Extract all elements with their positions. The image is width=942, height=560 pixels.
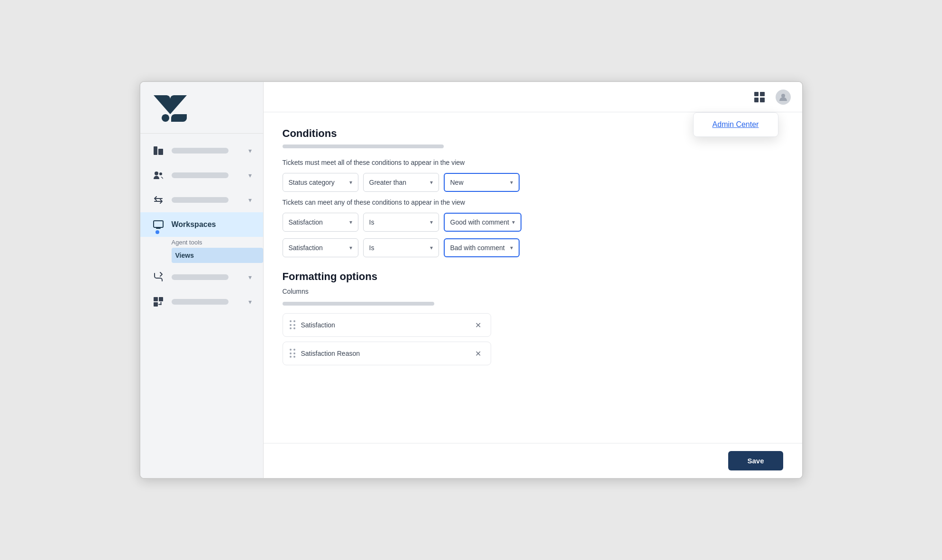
column-row-0: Satisfaction ✕ — [283, 313, 491, 337]
svg-rect-5 — [160, 150, 161, 151]
svg-rect-6 — [160, 152, 161, 153]
widgets-icon — [152, 295, 165, 308]
column-name-1: Satisfaction Reason — [301, 350, 468, 357]
workspaces-dot — [155, 230, 159, 234]
users-label — [172, 172, 242, 178]
any-condition-value-select-1[interactable]: Bad with comment ▾ — [444, 238, 520, 257]
buildings-label — [172, 148, 242, 154]
admin-center-dropdown: Admin Center — [693, 112, 778, 137]
any-conditions-desc: Tickets can meet any of these conditions… — [283, 199, 783, 206]
routing-chevron: ▾ — [248, 273, 252, 281]
all-conditions-desc: Tickets must meet all of these condition… — [283, 159, 783, 166]
buildings-chevron: ▾ — [248, 147, 252, 154]
any-condition-field-label-1: Satisfaction — [289, 244, 347, 252]
all-condition-field-chevron-0: ▾ — [349, 179, 352, 186]
widgets-label — [172, 299, 242, 305]
svg-rect-1 — [158, 149, 163, 155]
any-condition-field-select-1[interactable]: Satisfaction ▾ — [283, 238, 358, 257]
workspaces-label-text: Workspaces — [172, 220, 252, 229]
column-row-1: Satisfaction Reason ✕ — [283, 342, 491, 365]
buildings-icon — [152, 144, 165, 157]
sidebar-item-widgets[interactable]: ▾ — [140, 289, 263, 314]
any-condition-operator-select-0[interactable]: Is ▾ — [363, 213, 439, 232]
sub-nav-agent-tools: Agent tools — [172, 237, 263, 248]
save-button[interactable]: Save — [728, 451, 783, 470]
any-condition-value-chevron-1: ▾ — [510, 244, 513, 251]
svg-point-13 — [781, 94, 785, 98]
svg-rect-11 — [159, 297, 163, 301]
sidebar-navigation: ▾ ▾ ▾ — [140, 138, 263, 469]
routing-icon — [152, 271, 165, 284]
any-condition-operator-chevron-0: ▾ — [430, 219, 433, 226]
grid-icon — [754, 92, 765, 102]
all-condition-row-0: Status category ▾ Greater than ▾ New ▾ — [283, 173, 783, 192]
any-condition-value-label-0: Good with comment — [450, 218, 510, 226]
any-condition-value-select-0[interactable]: Good with comment ▾ — [444, 213, 522, 232]
columns-label: Columns — [283, 288, 783, 295]
svg-point-8 — [159, 172, 162, 175]
formatting-title: Formatting options — [283, 271, 783, 283]
all-condition-value-chevron-0: ▾ — [510, 179, 513, 186]
any-condition-row-1: Satisfaction ▾ Is ▾ Bad with comment ▾ — [283, 238, 783, 257]
all-condition-operator-label-0: Greater than — [369, 179, 427, 186]
all-condition-operator-chevron-0: ▾ — [430, 179, 433, 186]
any-condition-value-label-1: Bad with comment — [450, 244, 507, 252]
zendesk-logo — [154, 95, 187, 122]
sidebar-item-workspaces[interactable]: Workspaces — [140, 212, 263, 237]
any-condition-field-chevron-1: ▾ — [349, 244, 352, 251]
any-condition-operator-label-0: Is — [369, 218, 427, 226]
any-condition-field-label-0: Satisfaction — [289, 218, 347, 226]
any-condition-value-chevron-0: ▾ — [512, 219, 515, 226]
sidebar-item-buildings[interactable]: ▾ — [140, 138, 263, 163]
routing-label — [172, 274, 242, 280]
widgets-chevron: ▾ — [248, 298, 252, 306]
all-condition-field-label-0: Status category — [289, 179, 347, 186]
drag-handle-1[interactable] — [290, 349, 296, 358]
remove-column-1-button[interactable]: ✕ — [473, 348, 484, 359]
transfer-label — [172, 197, 242, 203]
all-condition-value-label-0: New — [450, 179, 507, 186]
all-condition-value-select-0[interactable]: New ▾ — [444, 173, 520, 192]
admin-center-link[interactable]: Admin Center — [713, 120, 759, 129]
svg-point-7 — [155, 172, 158, 175]
workspaces-label: Workspaces — [172, 220, 252, 229]
any-condition-field-chevron-0: ▾ — [349, 219, 352, 226]
sidebar-item-users[interactable]: ▾ — [140, 163, 263, 188]
svg-rect-4 — [155, 152, 156, 153]
topbar: Admin Center — [264, 82, 802, 112]
logo-area — [140, 82, 263, 134]
sub-nav-views[interactable]: Views — [172, 248, 263, 263]
users-icon — [152, 169, 165, 182]
all-condition-field-select-0[interactable]: Status category ▾ — [283, 173, 358, 192]
any-condition-operator-label-1: Is — [369, 244, 427, 252]
user-avatar-button[interactable] — [776, 90, 791, 105]
main-content: Admin Center Conditions Tickets must mee… — [264, 82, 802, 478]
transfer-chevron: ▾ — [248, 196, 252, 204]
all-condition-operator-select-0[interactable]: Greater than ▾ — [363, 173, 439, 192]
svg-rect-3 — [155, 150, 156, 151]
drag-handle-0[interactable] — [290, 320, 296, 330]
svg-rect-12 — [154, 302, 158, 307]
page-footer: Save — [264, 443, 802, 478]
svg-rect-2 — [155, 148, 156, 149]
remove-column-0-button[interactable]: ✕ — [473, 319, 484, 331]
avatar-icon — [778, 92, 788, 102]
workspaces-icon — [152, 218, 165, 231]
page-content-area: Conditions Tickets must meet all of thes… — [264, 112, 802, 443]
transfer-icon — [152, 193, 165, 207]
columns-bar — [283, 302, 434, 306]
users-chevron: ▾ — [248, 172, 252, 179]
svg-rect-9 — [154, 221, 163, 227]
formatting-section: Formatting options Columns Satisfaction … — [283, 271, 783, 365]
column-name-0: Satisfaction — [301, 321, 468, 329]
any-condition-row-0: Satisfaction ▾ Is ▾ Good with comment ▾ — [283, 213, 783, 232]
conditions-section: Conditions Tickets must meet all of thes… — [283, 127, 783, 257]
sidebar-item-routing[interactable]: ▾ — [140, 265, 263, 289]
any-condition-field-select-0[interactable]: Satisfaction ▾ — [283, 213, 358, 232]
any-condition-operator-select-1[interactable]: Is ▾ — [363, 238, 439, 257]
sidebar-item-transfer[interactable]: ▾ — [140, 188, 263, 212]
any-condition-operator-chevron-1: ▾ — [430, 244, 433, 251]
sidebar: ▾ ▾ ▾ — [140, 82, 264, 478]
sub-navigation: Agent tools Views — [140, 237, 263, 263]
apps-grid-button[interactable] — [751, 89, 768, 106]
